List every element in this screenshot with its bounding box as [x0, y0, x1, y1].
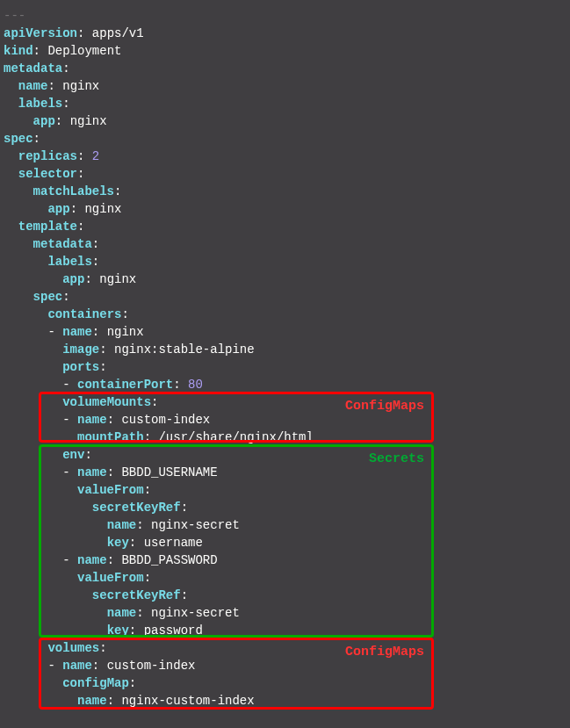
code-line: valueFrom:: [0, 481, 570, 499]
code-line: kind: Deployment: [0, 42, 570, 60]
code-line: - name: nginx: [0, 323, 570, 341]
code-line: key: password: [0, 622, 570, 639]
code-line: name: nginx-secret: [0, 516, 570, 534]
code-line: mountPath: /usr/share/nginx/html: [0, 429, 570, 446]
code-line: name: nginx-secret: [0, 604, 570, 622]
code-line: ports:: [0, 358, 570, 376]
code-line: apiVersion: apps/v1: [0, 25, 570, 42]
code-line: selector:: [0, 165, 570, 183]
code-line: labels:: [0, 253, 570, 270]
yaml-doc-start: ---: [4, 9, 25, 23]
code-line: metadata:: [0, 60, 570, 77]
code-line: configMap:: [0, 674, 570, 692]
code-line: volumeMounts:: [0, 393, 570, 411]
code-line: spec:: [0, 130, 570, 148]
code-line: valueFrom:: [0, 569, 570, 587]
code-line: name: nginx: [0, 77, 570, 95]
code-line: name: nginx-custom-index: [0, 692, 570, 710]
code-line: ---: [0, 7, 570, 25]
code-line: secretKeyRef:: [0, 587, 570, 604]
code-line: - name: BBDD_PASSWORD: [0, 551, 570, 569]
code-line: app: nginx: [0, 112, 570, 130]
code-line: matchLabels:: [0, 183, 570, 200]
code-line: - name: custom-index: [0, 411, 570, 429]
code-line: image: nginx:stable-alpine: [0, 341, 570, 358]
code-line: - name: custom-index: [0, 657, 570, 674]
code-line: app: nginx: [0, 270, 570, 288]
code-line: replicas: 2: [0, 148, 570, 165]
yaml-code-block: --- apiVersion: apps/v1 kind: Deployment…: [0, 0, 570, 717]
code-line: spec:: [0, 288, 570, 306]
code-line: app: nginx: [0, 200, 570, 218]
code-line: labels:: [0, 95, 570, 112]
code-line: metadata:: [0, 235, 570, 253]
code-line: secretKeyRef:: [0, 499, 570, 516]
code-line: key: username: [0, 534, 570, 551]
code-line: template:: [0, 218, 570, 235]
code-line: volumes:: [0, 639, 570, 657]
code-line: containers:: [0, 306, 570, 323]
code-line: - containerPort: 80: [0, 376, 570, 393]
code-line: - name: BBDD_USERNAME: [0, 464, 570, 481]
code-line: env:: [0, 446, 570, 464]
